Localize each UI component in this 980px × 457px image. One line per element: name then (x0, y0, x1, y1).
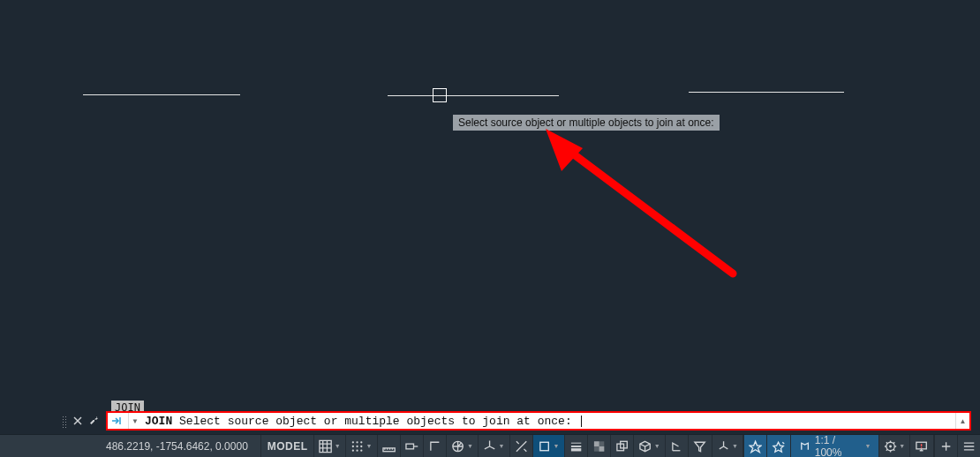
isolate-objects-button[interactable] (934, 435, 957, 457)
svg-point-12 (352, 449, 354, 451)
transparency-toggle[interactable] (587, 435, 610, 457)
drawing-canvas[interactable]: Select source object or multiple objects… (0, 0, 980, 457)
svg-marker-1 (546, 129, 583, 171)
svg-rect-18 (540, 442, 548, 450)
annotation-autoscale-toggle[interactable] (766, 435, 789, 457)
osnap-tracking-toggle[interactable] (509, 435, 532, 457)
svg-point-9 (352, 445, 354, 446)
command-prompt-icon[interactable] (108, 413, 129, 429)
svg-point-13 (357, 449, 358, 451)
annotation-visibility-toggle[interactable] (743, 435, 766, 457)
command-expand-up[interactable]: ▲ (955, 413, 969, 429)
command-line[interactable]: ▼ JOIN Select source object or multiple … (106, 411, 971, 431)
svg-point-7 (357, 441, 358, 443)
text-caret (581, 416, 582, 427)
model-space-button[interactable]: MODEL (260, 435, 314, 457)
command-name: JOIN (145, 415, 172, 428)
grid-toggle[interactable]: ▼ (313, 435, 345, 457)
dynamic-ucs-toggle[interactable] (665, 435, 688, 457)
annotation-scale-label: 1:1 / 100% (815, 434, 863, 458)
object-snap-toggle[interactable]: ▼ (532, 435, 564, 457)
drawing-line[interactable] (689, 92, 844, 93)
workspace-switching-button[interactable]: ▼ (878, 435, 910, 457)
gizmo-toggle[interactable]: ▼ (712, 435, 743, 457)
svg-point-25 (889, 445, 892, 447)
wrench-icon[interactable] (88, 415, 101, 430)
svg-point-14 (360, 449, 362, 451)
coordinates-readout[interactable]: 486.2219, -1754.6462, 0.0000 (0, 440, 260, 453)
svg-rect-20 (594, 441, 599, 446)
svg-line-0 (556, 141, 733, 273)
drawing-line[interactable] (83, 94, 240, 95)
annotation-scale-button[interactable]: 1:1 / 100% ▼ (790, 435, 878, 457)
svg-point-10 (357, 445, 358, 446)
isometric-drafting-toggle[interactable]: ▼ (478, 435, 509, 457)
snap-toggle[interactable]: ▼ (345, 435, 377, 457)
drawing-line[interactable] (388, 95, 559, 96)
svg-rect-16 (406, 444, 414, 449)
command-grip-handle[interactable] (62, 416, 67, 428)
svg-point-6 (352, 441, 354, 443)
svg-point-11 (360, 445, 362, 446)
3d-osnap-toggle[interactable]: ▼ (633, 435, 665, 457)
status-bar: 486.2219, -1754.6462, 0.0000 MODEL ▼ ▼ ▼… (0, 434, 980, 457)
close-icon[interactable] (72, 416, 83, 429)
pickbox-cursor (433, 88, 447, 102)
polar-tracking-toggle[interactable]: ▼ (446, 435, 478, 457)
command-prompt-text: Select source object or multiple objects… (179, 415, 578, 428)
svg-point-27 (921, 446, 923, 448)
command-history-dropdown[interactable]: ▼ (129, 413, 141, 429)
selection-filter-toggle[interactable] (688, 435, 711, 457)
selection-cycling-toggle[interactable] (610, 435, 633, 457)
ortho-toggle[interactable] (423, 435, 446, 457)
infer-constraints-toggle[interactable] (377, 435, 400, 457)
annotation-arrow (494, 124, 759, 291)
annotation-monitor-toggle[interactable] (909, 435, 932, 457)
customization-menu-button[interactable] (957, 435, 980, 457)
cursor-tooltip: Select source object or multiple objects… (453, 115, 720, 131)
svg-point-8 (360, 441, 362, 443)
dynamic-input-toggle[interactable] (400, 435, 423, 457)
lineweight-toggle[interactable] (564, 435, 587, 457)
command-input[interactable]: JOIN Select source object or multiple ob… (141, 415, 955, 428)
svg-rect-21 (599, 446, 605, 452)
